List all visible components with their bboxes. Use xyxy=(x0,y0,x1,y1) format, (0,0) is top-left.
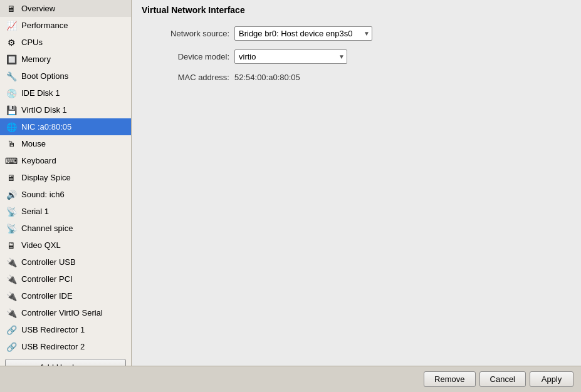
sidebar-icon-performance: 📈 xyxy=(5,19,18,32)
sidebar-label-usb-redirector-2: USB Redirector 2 xyxy=(21,342,85,351)
sidebar-label-overview: Overview xyxy=(21,4,55,13)
sidebar-label-controller-usb: Controller USB xyxy=(21,257,76,267)
apply-button[interactable]: Apply xyxy=(530,371,573,387)
mac-address-value: 52:54:00:a0:80:05 xyxy=(234,73,300,82)
sidebar-item-display-spice[interactable]: 🖥Display Spice xyxy=(0,169,131,186)
mac-address-row: MAC address: 52:54:00:a0:80:05 xyxy=(142,73,571,82)
sidebar-label-boot-options: Boot Options xyxy=(21,71,68,81)
sidebar-item-usb-redirector-2[interactable]: 🔗USB Redirector 2 xyxy=(0,338,131,355)
cancel-button[interactable]: Cancel xyxy=(479,371,526,387)
sidebar-label-controller-ide: Controller IDE xyxy=(21,291,73,301)
sidebar-label-memory: Memory xyxy=(21,54,51,64)
sidebar-item-controller-usb[interactable]: 🔌Controller USB xyxy=(0,254,131,271)
sidebar-item-sound-ich6[interactable]: 🔊Sound: ich6 xyxy=(0,186,131,203)
device-model-row: Device model: virtioe1000rtl8139 ▼ xyxy=(142,49,571,64)
sidebar-label-video-qxl: Video QXL xyxy=(21,240,61,250)
sidebar-icon-controller-ide: 🔌 xyxy=(5,290,18,302)
sidebar-icon-serial-1: 📡 xyxy=(5,205,18,218)
sidebar-label-controller-pci: Controller PCI xyxy=(21,274,73,284)
network-source-select[interactable]: Bridge br0: Host device enp3s0Bridge br1… xyxy=(234,26,372,41)
sidebar-item-overview[interactable]: 🖥Overview xyxy=(0,0,131,17)
sidebar-item-boot-options[interactable]: 🔧Boot Options xyxy=(0,68,131,85)
sidebar-icon-video-qxl: 🖥 xyxy=(5,239,18,252)
sidebar: 🖥Overview📈Performance⚙CPUs🔲Memory🔧Boot O… xyxy=(0,0,132,366)
sidebar-item-ide-disk-1[interactable]: 💿IDE Disk 1 xyxy=(0,85,131,101)
sidebar-item-virtio-disk-1[interactable]: 💾VirtIO Disk 1 xyxy=(0,101,131,118)
sidebar-icon-display-spice: 🖥 xyxy=(5,172,18,184)
sidebar-label-serial-1: Serial 1 xyxy=(21,207,49,216)
main-panel: Virtual Network Interface Network source… xyxy=(132,0,581,366)
mac-address-label: MAC address: xyxy=(142,73,229,82)
sidebar-label-display-spice: Display Spice xyxy=(21,173,71,182)
sidebar-icon-controller-pci: 🔌 xyxy=(5,273,18,286)
add-hardware-button[interactable]: Add Hardware xyxy=(5,359,126,366)
device-model-label: Device model: xyxy=(142,52,229,61)
sidebar-icon-sound-ich6: 🔊 xyxy=(5,188,18,201)
sidebar-item-memory[interactable]: 🔲Memory xyxy=(0,51,131,68)
panel-content: Network source: Bridge br0: Host device … xyxy=(132,20,581,88)
sidebar-icon-ide-disk-1: 💿 xyxy=(5,87,18,100)
network-source-row: Network source: Bridge br0: Host device … xyxy=(142,26,571,41)
sidebar-item-channel-spice[interactable]: 📡Channel spice xyxy=(0,220,131,237)
sidebar-item-keyboard[interactable]: ⌨Keyboard xyxy=(0,152,131,169)
sidebar-label-channel-spice: Channel spice xyxy=(21,224,73,233)
sidebar-icon-channel-spice: 📡 xyxy=(5,222,18,235)
sidebar-item-controller-ide[interactable]: 🔌Controller IDE xyxy=(0,287,131,304)
network-source-label: Network source: xyxy=(142,29,229,38)
sidebar-item-video-qxl[interactable]: 🖥Video QXL xyxy=(0,237,131,254)
remove-button[interactable]: Remove xyxy=(424,371,475,387)
sidebar-item-serial-1[interactable]: 📡Serial 1 xyxy=(0,203,131,220)
sidebar-item-controller-virtio-serial[interactable]: 🔌Controller VirtIO Serial xyxy=(0,304,131,321)
device-model-select[interactable]: virtioe1000rtl8139 xyxy=(234,49,347,64)
sidebar-icon-mouse: 🖱 xyxy=(5,138,18,150)
sidebar-label-controller-virtio-serial: Controller VirtIO Serial xyxy=(21,308,103,317)
sidebar-icon-overview: 🖥 xyxy=(5,3,18,15)
sidebar-icon-nic: 🌐 xyxy=(5,121,18,133)
main-container: 🖥Overview📈Performance⚙CPUs🔲Memory🔧Boot O… xyxy=(0,0,581,392)
sidebar-label-cpus: CPUs xyxy=(21,38,43,47)
sidebar-label-ide-disk-1: IDE Disk 1 xyxy=(21,88,60,98)
sidebar-item-performance[interactable]: 📈Performance xyxy=(0,17,131,34)
content-area: 🖥Overview📈Performance⚙CPUs🔲Memory🔧Boot O… xyxy=(0,0,581,366)
sidebar-icon-boot-options: 🔧 xyxy=(5,70,18,83)
panel-title: Virtual Network Interface xyxy=(132,0,581,20)
sidebar-item-nic[interactable]: 🌐NIC :a0:80:05 xyxy=(0,118,131,135)
sidebar-label-nic: NIC :a0:80:05 xyxy=(21,122,71,132)
sidebar-icon-usb-redirector-1: 🔗 xyxy=(5,324,18,336)
network-source-select-wrapper: Bridge br0: Host device enp3s0Bridge br1… xyxy=(234,26,372,41)
sidebar-icon-controller-virtio-serial: 🔌 xyxy=(5,307,18,319)
sidebar-item-usb-redirector-1[interactable]: 🔗USB Redirector 1 xyxy=(0,321,131,338)
sidebar-icon-cpus: ⚙ xyxy=(5,36,18,49)
sidebar-item-cpus[interactable]: ⚙CPUs xyxy=(0,34,131,51)
sidebar-label-mouse: Mouse xyxy=(21,139,46,148)
sidebar-item-controller-pci[interactable]: 🔌Controller PCI xyxy=(0,271,131,287)
device-model-select-wrapper: virtioe1000rtl8139 ▼ xyxy=(234,49,347,64)
footer: Remove Cancel Apply xyxy=(0,366,581,392)
sidebar-label-virtio-disk-1: VirtIO Disk 1 xyxy=(21,105,67,115)
sidebar-label-keyboard: Keyboard xyxy=(21,156,56,165)
sidebar-item-mouse[interactable]: 🖱Mouse xyxy=(0,135,131,152)
sidebar-icon-keyboard: ⌨ xyxy=(5,155,18,167)
sidebar-label-usb-redirector-1: USB Redirector 1 xyxy=(21,325,85,334)
sidebar-label-sound-ich6: Sound: ich6 xyxy=(21,190,65,199)
sidebar-icon-controller-usb: 🔌 xyxy=(5,256,18,269)
sidebar-label-performance: Performance xyxy=(21,21,68,30)
sidebar-icon-usb-redirector-2: 🔗 xyxy=(5,341,18,353)
sidebar-icon-memory: 🔲 xyxy=(5,53,18,66)
sidebar-icon-virtio-disk-1: 💾 xyxy=(5,104,18,116)
